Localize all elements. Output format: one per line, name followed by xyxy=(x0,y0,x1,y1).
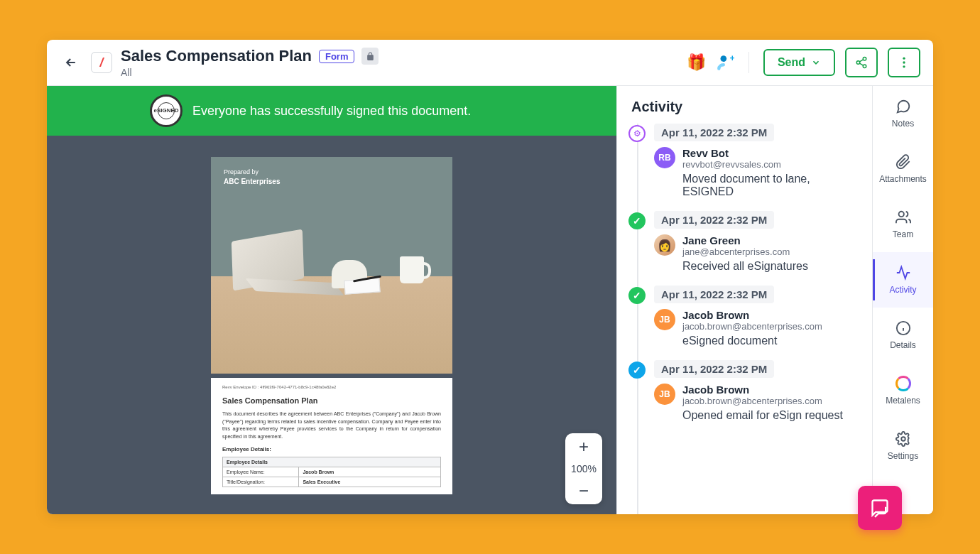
rail-label: Activity xyxy=(889,285,916,295)
svg-point-2 xyxy=(863,58,866,61)
divider xyxy=(748,52,749,73)
event-user-name: Jacob Brown xyxy=(682,309,862,321)
event-time: Apr 11, 2022 2:32 PM xyxy=(654,211,774,229)
rail-item-attachments[interactable]: Attachments xyxy=(873,141,933,197)
activity-event: ✓ Apr 11, 2022 2:32 PM JB Jacob Brown ja… xyxy=(627,286,862,347)
table-row: Employee Name: Jacob Brown xyxy=(223,467,441,477)
back-button[interactable] xyxy=(60,51,82,74)
chat-button[interactable] xyxy=(858,486,902,514)
body: eSIGNED Everyone has successfully signed… xyxy=(47,86,933,514)
event-time: Apr 11, 2022 2:32 PM xyxy=(654,124,774,141)
esign-stamp-icon: eSIGNED xyxy=(150,94,183,127)
activity-timeline[interactable]: ⚙ Apr 11, 2022 2:32 PM RB Revv Bot revvb… xyxy=(617,124,872,514)
table-header: Employee Details xyxy=(223,457,441,467)
event-description: eSigned document xyxy=(682,335,862,347)
page2-body: This document describes the agreement be… xyxy=(222,411,441,440)
pages: Prepared by ABC Enterprises Revv Envelop… xyxy=(211,157,452,514)
table-row: Title/Designation: Sales Executive xyxy=(223,477,441,487)
envelope-id: Revv Envelope ID : 4ff963f9-7042-4771-b8… xyxy=(222,385,441,389)
event-description: Received all eSignatures xyxy=(682,260,862,273)
svg-point-6 xyxy=(903,61,905,63)
success-banner: eSIGNED Everyone has successfully signed… xyxy=(47,86,616,136)
svg-point-4 xyxy=(863,65,866,68)
document-viewport[interactable]: Prepared by ABC Enterprises Revv Envelop… xyxy=(47,136,616,514)
activity-event: ✓ Apr 11, 2022 2:32 PM JB Jacob Brown ja… xyxy=(627,360,862,422)
rail-item-notes[interactable]: Notes xyxy=(873,86,933,141)
page-1: Prepared by ABC Enterprises xyxy=(211,157,452,374)
svg-point-3 xyxy=(856,61,860,65)
page-2: Revv Envelope ID : 4ff963f9-7042-4771-b8… xyxy=(211,378,452,494)
event-description: Moved document to lane, ESIGNED xyxy=(682,173,862,198)
rail-label: Details xyxy=(890,340,916,350)
gift-icon[interactable]: 🎁 xyxy=(687,53,706,72)
check-icon: ✓ xyxy=(628,287,646,304)
svg-point-12 xyxy=(901,437,905,441)
notes-icon xyxy=(895,99,911,114)
team-icon xyxy=(895,210,911,225)
rail-label: Attachments xyxy=(879,174,927,184)
rail-item-team[interactable]: Team xyxy=(873,197,933,252)
right-rail: Notes Attachments Team Activity xyxy=(872,86,933,514)
form-badge: Form xyxy=(319,50,355,63)
title-group: Sales Compensation Plan Form All xyxy=(121,47,678,78)
rail-label: Metalens xyxy=(886,396,920,406)
info-icon xyxy=(895,320,911,336)
rail-item-activity[interactable]: Activity xyxy=(873,252,933,308)
activity-icon xyxy=(895,265,911,281)
event-time: Apr 11, 2022 2:32 PM xyxy=(654,360,774,378)
rail-item-settings[interactable]: Settings xyxy=(873,418,933,474)
share-button[interactable] xyxy=(845,48,878,77)
gear-icon: ⚙ xyxy=(628,125,646,142)
banner-message: Everyone has successfully signed this do… xyxy=(192,104,471,119)
send-button[interactable]: Send xyxy=(763,49,835,76)
event-user-email: revvbot@revvsales.com xyxy=(682,159,862,170)
rail-label: Notes xyxy=(892,119,914,129)
rail-item-metalens[interactable]: Metalens xyxy=(873,363,933,418)
settings-icon xyxy=(895,431,911,447)
svg-point-7 xyxy=(903,65,905,67)
activity-event: ✓ Apr 11, 2022 2:32 PM 👩 Jane Green jane… xyxy=(627,211,862,273)
add-user-icon[interactable]: + xyxy=(716,53,734,72)
zoom-in-button[interactable]: + xyxy=(565,433,602,460)
event-user-name: Revv Bot xyxy=(682,147,862,159)
event-time: Apr 11, 2022 2:32 PM xyxy=(654,286,774,303)
page2-title: Sales Compensation Plan xyxy=(222,396,441,405)
document-area: eSIGNED Everyone has successfully signed… xyxy=(47,86,616,514)
event-user-name: Jane Green xyxy=(682,234,862,246)
svg-text:+: + xyxy=(729,53,734,63)
check-icon: ✓ xyxy=(628,362,646,379)
svg-point-0 xyxy=(720,55,726,62)
lock-icon xyxy=(361,48,379,65)
cup-illustration xyxy=(400,256,424,283)
header-right: 🎁 + Send xyxy=(687,48,920,77)
rail-label: Settings xyxy=(888,451,918,461)
metalens-icon xyxy=(895,376,911,391)
zoom-out-button[interactable]: − xyxy=(565,477,602,504)
activity-title: Activity xyxy=(617,86,872,124)
laptop-illustration xyxy=(232,235,332,299)
zoom-level: 100% xyxy=(571,460,597,477)
avatar: RB xyxy=(654,147,675,168)
event-user-email: jacob.brown@abcenterprises.com xyxy=(682,321,862,332)
employee-details-label: Employee Details: xyxy=(222,446,441,452)
activity-panel: Activity ⚙ Apr 11, 2022 2:32 PM RB Revv … xyxy=(616,86,872,514)
event-description: Opened email for eSign request xyxy=(682,409,862,422)
rail-item-details[interactable]: Details xyxy=(873,308,933,363)
page1-header: Prepared by ABC Enterprises xyxy=(224,168,280,185)
svg-point-5 xyxy=(903,58,905,60)
event-user-email: jacob.brown@abcenterprises.com xyxy=(682,396,862,406)
employee-table: Employee Details Employee Name: Jacob Br… xyxy=(222,457,441,487)
more-button[interactable] xyxy=(888,48,920,77)
check-icon: ✓ xyxy=(628,212,646,229)
zoom-control: + 100% − xyxy=(565,433,602,504)
app-logo: / xyxy=(91,52,112,73)
event-user-email: jane@abcenterprises.com xyxy=(682,246,862,257)
activity-event: ⚙ Apr 11, 2022 2:32 PM RB Revv Bot revvb… xyxy=(627,124,862,198)
app-root: / Sales Compensation Plan Form All 🎁 + S… xyxy=(47,40,933,514)
rail-label: Team xyxy=(893,229,913,239)
avatar: 👩 xyxy=(654,234,675,256)
send-label: Send xyxy=(778,56,805,69)
avatar: JB xyxy=(654,309,675,330)
event-user-name: Jacob Brown xyxy=(682,384,862,396)
svg-point-8 xyxy=(898,212,903,217)
